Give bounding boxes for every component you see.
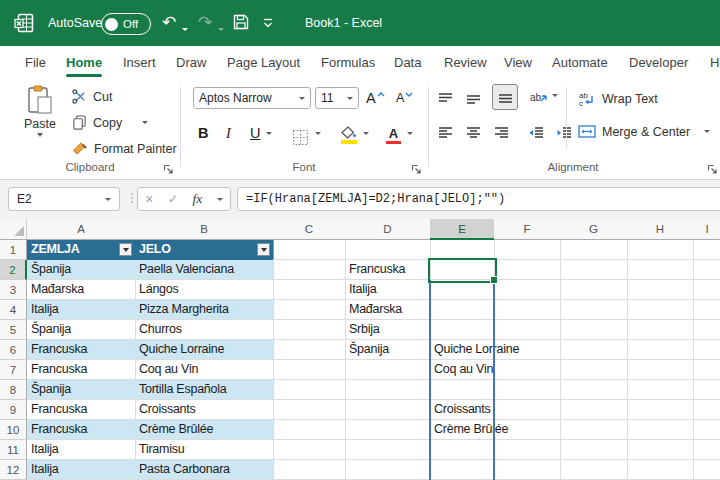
cell-D6[interactable]: Španija: [345, 340, 431, 360]
cell-F6[interactable]: [494, 340, 561, 360]
cell-H8[interactable]: [627, 380, 694, 400]
cell-H12[interactable]: [627, 460, 694, 480]
cell-B11[interactable]: Tiramisu: [135, 440, 274, 460]
row-header-10[interactable]: 10: [0, 420, 27, 440]
cell-F7[interactable]: [494, 360, 561, 380]
tab-data[interactable]: Data: [394, 46, 421, 79]
cell-D2[interactable]: Francuska: [345, 260, 431, 280]
cell-D7[interactable]: [345, 360, 431, 380]
tab-help[interactable]: Help: [710, 46, 720, 79]
row-header-9[interactable]: 9: [0, 400, 27, 420]
clipboard-dialog-launcher-icon[interactable]: [162, 163, 174, 175]
cell-C5[interactable]: [273, 320, 346, 340]
increase-indent-button[interactable]: [556, 121, 572, 145]
row-header-3[interactable]: 3: [0, 280, 27, 300]
excel-app-icon[interactable]: [14, 13, 34, 33]
tab-home[interactable]: Home: [66, 46, 102, 79]
cell-C1[interactable]: [273, 240, 346, 260]
cell-F12[interactable]: [494, 460, 561, 480]
cell-I11[interactable]: [693, 440, 720, 460]
formula-input[interactable]: =IF(Hrana[ZEMLJA]=D2;Hrana[JELO];""): [237, 187, 720, 211]
grow-font-button[interactable]: A: [366, 86, 385, 110]
row-header-2[interactable]: 2: [0, 260, 27, 280]
cell-G3[interactable]: [560, 280, 628, 300]
cell-E12[interactable]: [430, 460, 495, 480]
quick-access-dropdown-icon[interactable]: [262, 17, 274, 29]
cell-A1[interactable]: ZEMLJA: [27, 240, 136, 260]
cell-I3[interactable]: [693, 280, 720, 300]
cell-D12[interactable]: [345, 460, 431, 480]
copy-button[interactable]: Copy: [72, 115, 148, 130]
cell-A10[interactable]: Francuska: [27, 420, 136, 440]
font-name-select[interactable]: Aptos Narrow: [193, 87, 311, 109]
name-box[interactable]: E2: [8, 187, 120, 211]
cell-C11[interactable]: [273, 440, 346, 460]
cell-F11[interactable]: [494, 440, 561, 460]
cell-I1[interactable]: [693, 240, 720, 260]
cell-B6[interactable]: Quiche Lorraine: [135, 340, 274, 360]
font-color-dropdown-icon[interactable]: [407, 132, 413, 135]
underline-dropdown-icon[interactable]: [266, 132, 272, 135]
cell-B9[interactable]: Croissants: [135, 400, 274, 420]
column-header-E[interactable]: E: [430, 219, 495, 240]
paste-button[interactable]: Paste: [16, 85, 64, 159]
cell-B8[interactable]: Tortilla Española: [135, 380, 274, 400]
cell-A11[interactable]: Italija: [27, 440, 136, 460]
merge-center-dropdown-icon[interactable]: [704, 130, 710, 133]
cell-I8[interactable]: [693, 380, 720, 400]
merge-center-button[interactable]: Merge & Center: [578, 124, 710, 139]
cell-H11[interactable]: [627, 440, 694, 460]
cell-I12[interactable]: [693, 460, 720, 480]
cell-F2[interactable]: [494, 260, 561, 280]
filter-button-A1[interactable]: [119, 243, 132, 256]
cell-H4[interactable]: [627, 300, 694, 320]
cell-H3[interactable]: [627, 280, 694, 300]
cell-F4[interactable]: [494, 300, 561, 320]
column-header-C[interactable]: C: [273, 219, 346, 240]
cell-A6[interactable]: Francuska: [27, 340, 136, 360]
column-header-B[interactable]: B: [135, 219, 274, 240]
cell-E8[interactable]: [430, 380, 495, 400]
cell-I4[interactable]: [693, 300, 720, 320]
column-header-A[interactable]: A: [27, 219, 136, 240]
cell-F9[interactable]: [494, 400, 561, 420]
underline-button[interactable]: U: [250, 121, 260, 145]
cell-I5[interactable]: [693, 320, 720, 340]
cell-E9[interactable]: Croissants: [430, 400, 495, 420]
cell-B5[interactable]: Churros: [135, 320, 274, 340]
font-size-select[interactable]: 11: [315, 87, 359, 109]
cell-F8[interactable]: [494, 380, 561, 400]
cell-B4[interactable]: Pizza Margherita: [135, 300, 274, 320]
cell-G12[interactable]: [560, 460, 628, 480]
insert-function-icon[interactable]: fx: [193, 191, 203, 207]
cell-C7[interactable]: [273, 360, 346, 380]
row-header-1[interactable]: 1: [0, 240, 27, 260]
align-right-button[interactable]: [494, 121, 509, 145]
cell-D8[interactable]: [345, 380, 431, 400]
cell-E11[interactable]: [430, 440, 495, 460]
cell-B3[interactable]: Lángos: [135, 280, 274, 300]
save-icon[interactable]: [233, 14, 249, 30]
cell-E6[interactable]: Quiche Lorraine: [430, 340, 495, 360]
tab-file[interactable]: File: [25, 46, 46, 79]
cell-C10[interactable]: [273, 420, 346, 440]
fx-dropdown-icon[interactable]: [217, 198, 223, 201]
filter-button-B1[interactable]: [257, 243, 270, 256]
cell-C6[interactable]: [273, 340, 346, 360]
cell-H10[interactable]: [627, 420, 694, 440]
cell-E3[interactable]: [430, 280, 495, 300]
align-bottom-button[interactable]: [492, 84, 518, 110]
cell-G8[interactable]: [560, 380, 628, 400]
cell-E4[interactable]: [430, 300, 495, 320]
row-header-8[interactable]: 8: [0, 380, 27, 400]
orientation-button[interactable]: ab: [530, 85, 548, 109]
column-header-G[interactable]: G: [560, 219, 628, 240]
tab-insert[interactable]: Insert: [123, 46, 156, 79]
cell-H5[interactable]: [627, 320, 694, 340]
tab-developer[interactable]: Developer: [629, 46, 688, 79]
cell-G5[interactable]: [560, 320, 628, 340]
cell-D10[interactable]: [345, 420, 431, 440]
row-header-12[interactable]: 12: [0, 460, 27, 480]
undo-dropdown-icon[interactable]: [182, 20, 188, 34]
cell-C9[interactable]: [273, 400, 346, 420]
